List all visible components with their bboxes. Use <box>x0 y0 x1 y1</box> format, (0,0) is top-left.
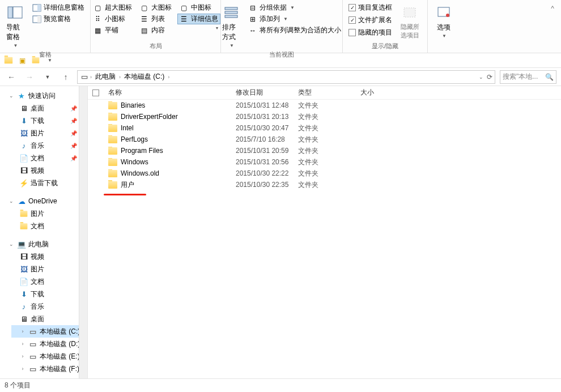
tree-pc-music[interactable]: 音乐 <box>11 300 87 313</box>
crumb-drive-c[interactable]: 本地磁盘 (C:) <box>122 71 167 83</box>
table-row[interactable]: 用户2015/10/30 22:35文件夹 <box>88 179 561 190</box>
show-hide-group-label: 显示/隐藏 <box>347 41 423 53</box>
tree-pc-downloads[interactable]: 下载 <box>11 288 87 300</box>
layout-expand-button[interactable]: ▾ <box>177 25 220 31</box>
col-name[interactable]: 名称 <box>104 86 231 99</box>
list-button[interactable]: ☰列表 <box>138 14 174 24</box>
detail-info-pane-button[interactable]: 详细信息窗格 <box>30 2 87 13</box>
table-row[interactable]: PerfLogs2015/7/10 16:28文件夹 <box>88 134 561 145</box>
m-icons-button[interactable]: ▢中图标 <box>177 2 220 13</box>
col-size[interactable]: 大小 <box>356 86 413 99</box>
search-input[interactable]: 搜索"本地... 🔍 <box>500 70 556 84</box>
drive-icon <box>80 73 89 82</box>
tree-pc-docs[interactable]: 文档 <box>11 275 87 288</box>
content-button[interactable]: ▤内容 <box>138 25 174 36</box>
tree-desktop[interactable]: 桌面📌 <box>11 102 87 114</box>
svg-rect-7 <box>225 11 237 14</box>
folder-icon <box>20 223 28 229</box>
tree-videos[interactable]: 视频 <box>11 164 87 177</box>
file-type: 文件夹 <box>294 169 356 178</box>
hide-selected-button[interactable]: 隐藏所选项目 <box>397 2 423 41</box>
svg-rect-8 <box>225 15 237 18</box>
chevron-down-icon: ▼ <box>442 33 447 39</box>
file-name: 用户 <box>121 180 134 190</box>
address-bar[interactable]: › 此电脑 › 本地磁盘 (C:) › ⌄ ⟳ <box>77 70 495 84</box>
document-icon <box>19 154 28 163</box>
preview-pane-button[interactable]: 预览窗格 <box>30 14 87 24</box>
add-columns-button[interactable]: ⊞添加列▼ <box>246 14 343 24</box>
file-type: 文件夹 <box>294 101 356 110</box>
options-button[interactable]: 选项 ▼ <box>432 2 455 40</box>
table-row[interactable]: DriverExpertFolder2015/10/31 20:13文件夹 <box>88 111 561 122</box>
tree-quick-access[interactable]: ⌄快速访问 <box>0 90 87 102</box>
thunder-icon <box>19 178 28 188</box>
table-row[interactable]: Windows2015/10/31 20:56文件夹 <box>88 156 561 168</box>
s-icons-icon: ⠿ <box>94 15 103 24</box>
autosize-columns-button[interactable]: ↔将所有列调整为合适的大小 <box>246 25 343 36</box>
tree-docs[interactable]: 文档📌 <box>11 152 87 164</box>
collapse-ribbon-button[interactable]: ^ <box>547 3 558 14</box>
details-view-button[interactable]: ☰详细信息 <box>177 14 220 24</box>
tree-pc-desktop[interactable]: 桌面 <box>11 313 87 325</box>
tree-scrollbar[interactable] <box>79 86 87 378</box>
panes-group-label: 窗格 <box>5 49 86 61</box>
tree-drive-d[interactable]: ›本地磁盘 (D:) <box>11 338 87 350</box>
addr-dropdown-button[interactable]: ⌄ <box>479 74 483 80</box>
tree-drive-f[interactable]: ›本地磁盘 (F:) <box>11 363 87 375</box>
recent-locations-button[interactable]: ▼ <box>41 70 54 84</box>
folder-icon <box>108 170 117 177</box>
layout-group-label: 布局 <box>95 41 216 53</box>
download-icon <box>19 116 28 125</box>
s-icons-button[interactable]: ⠿小图标 <box>91 14 134 24</box>
file-type: 文件夹 <box>294 146 356 156</box>
table-row[interactable]: Program Files2015/10/31 20:59文件夹 <box>88 145 561 156</box>
file-type: 文件夹 <box>294 135 356 144</box>
pin-icon: 📌 <box>70 155 77 161</box>
checkbox-icon: ✓ <box>348 4 356 11</box>
tree-thispc[interactable]: ⌄此电脑 <box>0 238 87 250</box>
col-type[interactable]: 类型 <box>294 86 356 99</box>
hidden-items-toggle[interactable]: 隐藏的项目 <box>347 27 393 38</box>
tree-drive-c[interactable]: ›本地磁盘 (C:) <box>11 325 87 338</box>
sort-by-button[interactable]: 排序方式 ▼ <box>220 2 243 49</box>
forward-button[interactable]: → <box>23 70 36 84</box>
back-button[interactable]: ← <box>5 70 18 84</box>
ribbon: 导航窗格 ▼ 详细信息窗格 预览窗格 窗格 ▢超大图标 ⠿小图标 ▦平铺 <box>0 0 561 53</box>
up-button[interactable]: ↑ <box>59 70 73 84</box>
tree-onedrive-docs[interactable]: 文档 <box>11 220 87 232</box>
svg-point-11 <box>446 14 449 17</box>
sort-icon <box>222 3 240 22</box>
folder-icon <box>108 113 117 121</box>
pictures-icon <box>19 129 28 138</box>
tiles-button[interactable]: ▦平铺 <box>91 25 134 36</box>
cloud-icon <box>17 197 26 206</box>
file-extensions-toggle[interactable]: ✓文件扩展名 <box>347 15 393 25</box>
expand-icon: › <box>19 329 26 334</box>
col-date[interactable]: 修改日期 <box>231 86 294 99</box>
file-date: 2015/10/30 22:35 <box>231 181 294 189</box>
group-by-button[interactable]: ⊟分组依据▼ <box>246 2 343 13</box>
tree-onedrive-pics[interactable]: 图片 <box>11 207 87 220</box>
desktop-icon <box>19 104 28 113</box>
select-all-checkbox[interactable] <box>92 90 99 96</box>
tree-pictures[interactable]: 图片📌 <box>11 127 87 139</box>
l-icons-button[interactable]: ▢大图标 <box>138 2 174 13</box>
table-row[interactable]: Binaries2015/10/31 12:48文件夹 <box>88 100 561 111</box>
refresh-button[interactable]: ⟳ <box>487 73 492 81</box>
chevron-right-icon: › <box>119 74 121 80</box>
tree-xunlei[interactable]: 迅雷下载 <box>11 177 87 189</box>
tree-music[interactable]: 音乐📌 <box>11 139 87 152</box>
tree-pc-pics[interactable]: 图片 <box>11 263 87 275</box>
table-row[interactable]: Intel2015/10/30 20:47文件夹 <box>88 122 561 134</box>
folder-icon <box>20 211 28 216</box>
item-checkboxes-toggle[interactable]: ✓项目复选框 <box>347 2 393 13</box>
navigation-pane-button[interactable]: 导航窗格 ▼ <box>4 2 27 49</box>
table-row[interactable]: Windows.old2015/10/30 22:22文件夹 <box>88 168 561 179</box>
xl-icons-button[interactable]: ▢超大图标 <box>91 2 134 13</box>
crumb-thispc[interactable]: 此电脑 <box>93 71 118 83</box>
tree-onedrive[interactable]: ⌄OneDrive <box>0 195 87 207</box>
tree-pc-videos[interactable]: 视频 <box>11 250 87 263</box>
tree-drive-e[interactable]: ›本地磁盘 (E:) <box>11 350 87 363</box>
tree-downloads[interactable]: 下载📌 <box>11 114 87 127</box>
file-type: 文件夹 <box>294 112 356 122</box>
